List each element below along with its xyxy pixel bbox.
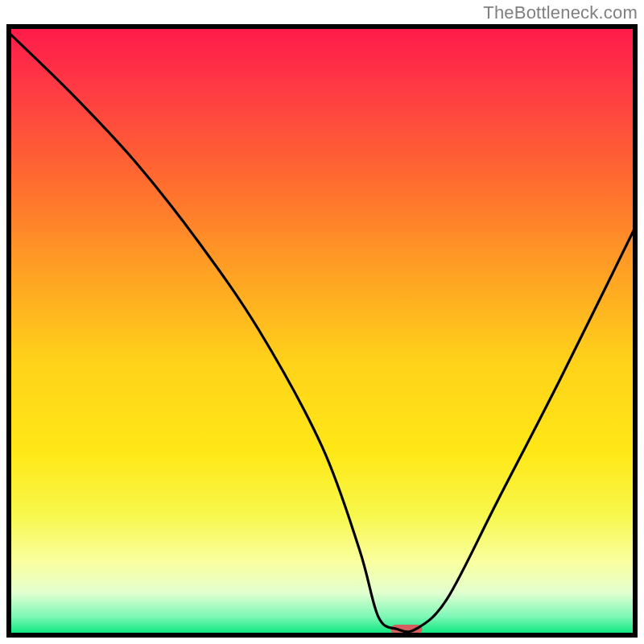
- watermark-text: TheBottleneck.com: [483, 2, 638, 23]
- chart-stage: TheBottleneck.com: [0, 0, 644, 644]
- plot-area: [6, 24, 638, 638]
- bottleneck-chart: [6, 24, 638, 638]
- gradient-background: [9, 27, 635, 635]
